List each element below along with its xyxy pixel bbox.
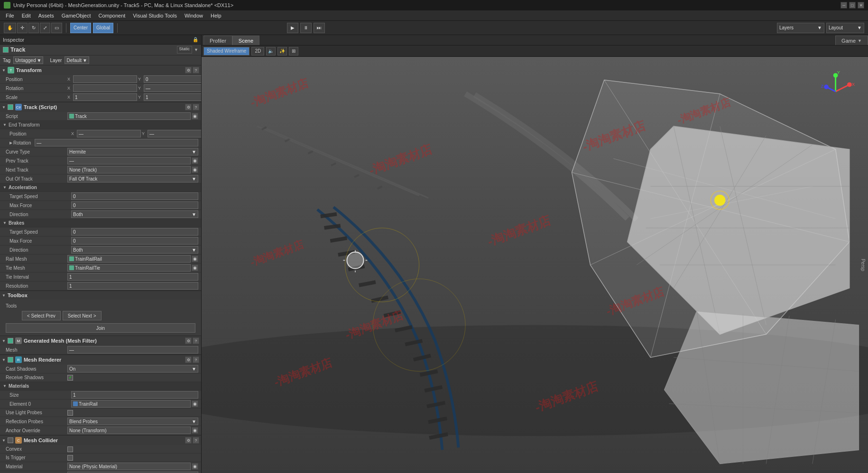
rail-mesh-select-btn[interactable]: ◉ [192, 255, 198, 262]
coord-global-btn[interactable]: Global [93, 23, 113, 33]
script-ref[interactable]: Track [67, 112, 191, 120]
track-script-header[interactable]: ▼ C# Track (Script) ⚙ ? [0, 102, 201, 112]
scene-gizmos-btn[interactable]: ⊞ [289, 47, 298, 55]
mesh-collider-header[interactable]: ▼ C Mesh Collider ⚙ ? [0, 436, 201, 445]
menu-vstudio[interactable]: Visual Studio Tools [129, 12, 181, 19]
rect-tool-btn[interactable]: ▭ [51, 23, 62, 33]
anchor-override-ref[interactable]: None (Transform) [67, 427, 191, 434]
element0-select-btn[interactable]: ◉ [192, 400, 198, 407]
resolution-input[interactable] [67, 282, 198, 290]
pause-btn[interactable]: ⏸ [300, 23, 312, 33]
track-script-enabled[interactable] [8, 104, 13, 110]
next-track-ref[interactable]: None (Track) [67, 166, 191, 173]
mesh-collider-settings-btn[interactable]: ⚙ [185, 437, 192, 444]
brakes-max-force-input[interactable] [71, 237, 198, 245]
scale-tool-btn[interactable]: ⤢ [40, 23, 50, 33]
track-script-settings-btn[interactable]: ⚙ [185, 104, 192, 110]
tag-dropdown[interactable]: Untagged▼ [13, 56, 43, 64]
script-select-btn[interactable]: ◉ [192, 113, 198, 119]
menu-assets[interactable]: Assets [35, 12, 58, 19]
materials-size-input[interactable] [71, 391, 198, 399]
fx-btn[interactable]: ✨ [277, 47, 287, 55]
next-track-select-btn[interactable]: ◉ [192, 166, 198, 173]
object-name[interactable]: Track [10, 46, 25, 53]
is-trigger-checkbox[interactable] [67, 455, 73, 461]
select-next-btn[interactable]: Select Next > [63, 311, 102, 320]
rotation-x[interactable] [73, 84, 137, 92]
layers-dropdown[interactable]: Layers▼ [777, 23, 824, 33]
curve-type-dropdown[interactable]: Hermite ▼ [67, 148, 198, 155]
shaded-wireframe-btn[interactable]: Shaded Wireframe [203, 47, 249, 55]
accel-target-speed-input[interactable] [71, 192, 198, 200]
cast-shadows-dropdown[interactable]: On ▼ [67, 365, 198, 373]
menu-window[interactable]: Window [181, 12, 207, 19]
scale-x[interactable] [73, 93, 137, 101]
tie-interval-input[interactable] [67, 273, 198, 281]
audio-btn[interactable]: 🔈 [266, 47, 276, 55]
static-btn[interactable]: Static [177, 46, 193, 54]
inspector-content[interactable]: Track Static ▼ Tag Untagged▼ Layer Defau… [0, 45, 201, 473]
game-tab[interactable]: Game ▼ [835, 36, 868, 45]
rail-mesh-ref[interactable]: TrainRailRail [67, 255, 191, 263]
gen-mesh-settings-btn[interactable]: ⚙ [185, 337, 192, 344]
inspector-lock-btn[interactable]: 🔒 [193, 37, 198, 42]
collider-material-ref[interactable]: None (Physic Material) [67, 463, 191, 470]
transform-help-btn[interactable]: ? [193, 67, 199, 73]
element0-ref[interactable]: TrainRail [71, 400, 191, 408]
mesh-renderer-header[interactable]: ▼ R Mesh Renderer ⚙ ? [0, 355, 201, 364]
toolbox-header[interactable]: ▼ Toolbox [0, 291, 201, 300]
layer-dropdown[interactable]: Default▼ [65, 56, 89, 64]
rotation-y[interactable] [144, 84, 201, 92]
position-y[interactable] [144, 75, 201, 83]
reflection-probes-dropdown[interactable]: Blend Probes ▼ [67, 418, 198, 425]
join-btn[interactable]: Join [6, 323, 195, 333]
track-script-help-btn[interactable]: ? [193, 104, 199, 110]
play-btn[interactable]: ▶ [287, 23, 298, 33]
gen-mesh-ref[interactable]: — [67, 346, 198, 354]
mesh-renderer-help-btn[interactable]: ? [193, 356, 199, 363]
gen-mesh-help-btn[interactable]: ? [193, 337, 199, 344]
use-light-probes-checkbox[interactable] [67, 410, 73, 416]
2d-btn[interactable]: 2D [251, 47, 264, 55]
prev-track-select-btn[interactable]: ◉ [192, 157, 198, 164]
accel-direction-dropdown[interactable]: Both ▼ [71, 210, 198, 218]
transform-settings-btn[interactable]: ⚙ [185, 67, 192, 73]
end-pos-y[interactable] [148, 130, 201, 137]
generated-mesh-enabled[interactable] [8, 338, 13, 344]
window-controls[interactable]: ─ □ ✕ [840, 2, 864, 9]
mesh-renderer-settings-btn[interactable]: ⚙ [185, 356, 192, 363]
mesh-collider-enabled[interactable] [8, 437, 13, 443]
rotate-tool-btn[interactable]: ↻ [28, 23, 39, 33]
select-prev-btn[interactable]: < Select Prev [22, 311, 61, 320]
accel-max-force-input[interactable] [71, 201, 198, 209]
move-tool-btn[interactable]: ✛ [17, 23, 28, 33]
scale-y[interactable] [144, 93, 201, 101]
mesh-renderer-enabled[interactable] [8, 357, 13, 363]
object-enabled-checkbox[interactable] [3, 47, 9, 53]
position-x[interactable] [73, 75, 137, 83]
tie-mesh-ref[interactable]: TrainRailTie [67, 264, 191, 272]
end-rotation-val[interactable] [35, 139, 198, 146]
end-pos-x[interactable] [77, 130, 141, 137]
prev-track-ref[interactable]: — [67, 157, 191, 164]
minimize-btn[interactable]: ─ [840, 2, 847, 9]
layout-dropdown[interactable]: Layout▼ [826, 23, 864, 33]
anchor-override-select-btn[interactable]: ◉ [192, 427, 198, 434]
generated-mesh-header[interactable]: ▼ M Generated Mesh (Mesh Filter) ⚙ ? [0, 336, 201, 346]
scene-tab[interactable]: Scene [232, 36, 259, 45]
brakes-direction-dropdown[interactable]: Both ▼ [71, 246, 198, 254]
brakes-target-speed-input[interactable] [71, 228, 198, 236]
receive-shadows-checkbox[interactable] [67, 375, 73, 381]
convex-checkbox[interactable] [67, 446, 73, 452]
menu-edit[interactable]: Edit [18, 12, 35, 19]
transform-component-header[interactable]: ▼ T Transform ⚙ ? [0, 65, 201, 75]
profiler-tab[interactable]: Profiler [203, 36, 232, 45]
out-of-track-dropdown[interactable]: Fall Off Track ▼ [67, 175, 198, 182]
step-btn[interactable]: ⏭ [314, 23, 325, 33]
collider-material-select-btn[interactable]: ◉ [192, 463, 198, 470]
hand-tool-btn[interactable]: ✋ [4, 23, 16, 33]
pivot-center-btn[interactable]: Center [70, 23, 91, 33]
maximize-btn[interactable]: □ [849, 2, 856, 9]
scene-view[interactable]: Profiler Scene Game ▼ Shaded Wireframe 2… [202, 35, 868, 473]
mesh-collider-help-btn[interactable]: ? [193, 437, 199, 444]
